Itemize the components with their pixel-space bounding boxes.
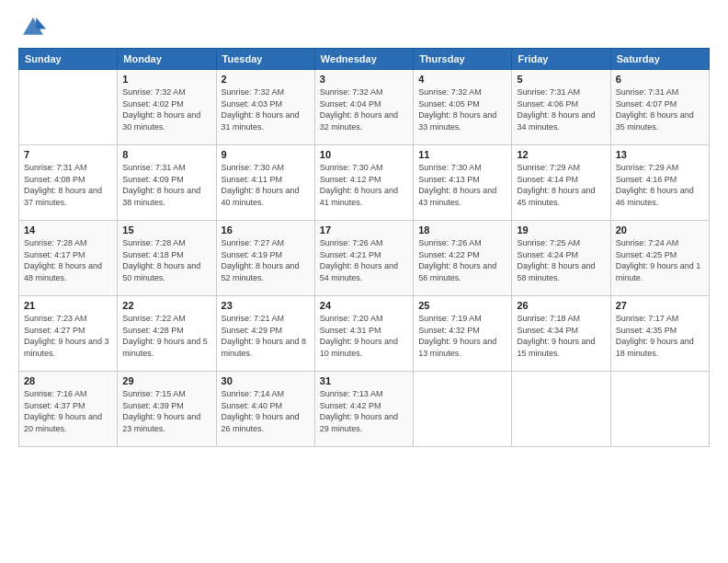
day-number: 30 <box>222 375 310 386</box>
calendar-week-5: 28Sunrise: 7:16 AMSunset: 4:37 PMDayligh… <box>19 372 710 447</box>
day-number: 1 <box>122 74 210 85</box>
day-info: Sunrise: 7:32 AMSunset: 4:04 PMDaylight:… <box>320 87 398 132</box>
calendar-cell: 26Sunrise: 7:18 AMSunset: 4:34 PMDayligh… <box>512 296 610 372</box>
day-info: Sunrise: 7:21 AMSunset: 4:29 PMDaylight:… <box>222 314 307 358</box>
calendar-page: SundayMondayTuesdayWednesdayThursdayFrid… <box>0 0 728 563</box>
day-number: 15 <box>122 224 210 236</box>
day-info: Sunrise: 7:23 AMSunset: 4:27 PMDaylight:… <box>24 314 109 358</box>
calendar-cell: 19Sunrise: 7:25 AMSunset: 4:24 PMDayligh… <box>512 221 610 296</box>
calendar-cell: 28Sunrise: 7:16 AMSunset: 4:37 PMDayligh… <box>19 372 118 447</box>
calendar-cell: 8Sunrise: 7:31 AMSunset: 4:09 PMDaylight… <box>118 145 216 221</box>
svg-marker-1 <box>36 17 46 29</box>
day-number: 24 <box>320 300 408 311</box>
calendar-cell: 9Sunrise: 7:30 AMSunset: 4:11 PMDaylight… <box>216 145 314 221</box>
day-info: Sunrise: 7:20 AMSunset: 4:31 PMDaylight:… <box>320 314 398 358</box>
day-number: 12 <box>517 149 605 160</box>
calendar-week-2: 7Sunrise: 7:31 AMSunset: 4:08 PMDaylight… <box>19 145 710 221</box>
day-number: 22 <box>122 300 210 311</box>
day-number: 26 <box>517 300 605 311</box>
calendar-cell: 17Sunrise: 7:26 AMSunset: 4:21 PMDayligh… <box>314 221 413 296</box>
header <box>18 15 710 40</box>
day-info: Sunrise: 7:31 AMSunset: 4:07 PMDaylight:… <box>616 87 694 132</box>
day-number: 6 <box>616 74 704 85</box>
calendar-cell: 27Sunrise: 7:17 AMSunset: 4:35 PMDayligh… <box>610 296 709 372</box>
day-info: Sunrise: 7:27 AMSunset: 4:19 PMDaylight:… <box>222 238 300 282</box>
calendar-cell: 11Sunrise: 7:30 AMSunset: 4:13 PMDayligh… <box>414 145 512 221</box>
calendar-cell: 23Sunrise: 7:21 AMSunset: 4:29 PMDayligh… <box>216 296 314 372</box>
day-info: Sunrise: 7:31 AMSunset: 4:08 PMDaylight:… <box>24 163 102 207</box>
day-info: Sunrise: 7:32 AMSunset: 4:03 PMDaylight:… <box>222 87 300 132</box>
day-info: Sunrise: 7:31 AMSunset: 4:09 PMDaylight:… <box>122 163 200 207</box>
day-number: 17 <box>320 224 408 236</box>
day-info: Sunrise: 7:24 AMSunset: 4:25 PMDaylight:… <box>616 238 701 282</box>
day-info: Sunrise: 7:19 AMSunset: 4:32 PMDaylight:… <box>418 314 496 358</box>
calendar-cell <box>610 372 709 447</box>
day-number: 28 <box>24 375 112 386</box>
day-number: 18 <box>418 224 506 236</box>
calendar-week-1: 1Sunrise: 7:32 AMSunset: 4:02 PMDaylight… <box>19 70 710 145</box>
calendar-cell <box>414 372 512 447</box>
day-info: Sunrise: 7:26 AMSunset: 4:22 PMDaylight:… <box>418 238 496 282</box>
day-number: 19 <box>517 224 605 236</box>
weekday-header-tuesday: Tuesday <box>216 49 314 70</box>
calendar-cell: 16Sunrise: 7:27 AMSunset: 4:19 PMDayligh… <box>216 221 314 296</box>
day-info: Sunrise: 7:15 AMSunset: 4:39 PMDaylight:… <box>122 389 200 433</box>
day-info: Sunrise: 7:29 AMSunset: 4:14 PMDaylight:… <box>517 163 595 207</box>
calendar-cell: 29Sunrise: 7:15 AMSunset: 4:39 PMDayligh… <box>118 372 216 447</box>
weekday-header-thursday: Thursday <box>414 49 512 70</box>
calendar-cell: 13Sunrise: 7:29 AMSunset: 4:16 PMDayligh… <box>610 145 709 221</box>
day-number: 31 <box>320 375 408 386</box>
calendar-cell: 2Sunrise: 7:32 AMSunset: 4:03 PMDaylight… <box>216 70 314 145</box>
day-number: 14 <box>24 224 112 236</box>
calendar-cell: 14Sunrise: 7:28 AMSunset: 4:17 PMDayligh… <box>19 221 118 296</box>
weekday-header-wednesday: Wednesday <box>314 49 413 70</box>
calendar-cell: 4Sunrise: 7:32 AMSunset: 4:05 PMDaylight… <box>414 70 512 145</box>
day-number: 4 <box>418 74 506 85</box>
calendar-cell: 15Sunrise: 7:28 AMSunset: 4:18 PMDayligh… <box>118 221 216 296</box>
day-number: 5 <box>517 74 605 85</box>
calendar-week-4: 21Sunrise: 7:23 AMSunset: 4:27 PMDayligh… <box>19 296 710 372</box>
logo-icon <box>20 15 46 40</box>
calendar-cell: 7Sunrise: 7:31 AMSunset: 4:08 PMDaylight… <box>19 145 118 221</box>
day-info: Sunrise: 7:17 AMSunset: 4:35 PMDaylight:… <box>616 314 694 358</box>
day-info: Sunrise: 7:30 AMSunset: 4:13 PMDaylight:… <box>418 163 496 207</box>
weekday-header-monday: Monday <box>118 49 216 70</box>
calendar-cell: 1Sunrise: 7:32 AMSunset: 4:02 PMDaylight… <box>118 70 216 145</box>
weekday-header-sunday: Sunday <box>19 49 118 70</box>
weekday-header-friday: Friday <box>512 49 610 70</box>
calendar-cell: 20Sunrise: 7:24 AMSunset: 4:25 PMDayligh… <box>610 221 709 296</box>
calendar-cell: 6Sunrise: 7:31 AMSunset: 4:07 PMDaylight… <box>610 70 709 145</box>
day-number: 25 <box>418 300 506 311</box>
calendar-cell: 12Sunrise: 7:29 AMSunset: 4:14 PMDayligh… <box>512 145 610 221</box>
day-info: Sunrise: 7:32 AMSunset: 4:02 PMDaylight:… <box>122 87 200 132</box>
calendar-cell: 24Sunrise: 7:20 AMSunset: 4:31 PMDayligh… <box>314 296 413 372</box>
day-number: 7 <box>24 149 112 160</box>
day-info: Sunrise: 7:16 AMSunset: 4:37 PMDaylight:… <box>24 389 102 433</box>
day-number: 29 <box>122 375 210 386</box>
day-info: Sunrise: 7:28 AMSunset: 4:18 PMDaylight:… <box>122 238 200 282</box>
day-info: Sunrise: 7:30 AMSunset: 4:12 PMDaylight:… <box>320 163 398 207</box>
day-info: Sunrise: 7:25 AMSunset: 4:24 PMDaylight:… <box>517 238 595 282</box>
day-info: Sunrise: 7:29 AMSunset: 4:16 PMDaylight:… <box>616 163 694 207</box>
calendar-cell <box>19 70 118 145</box>
calendar-cell: 25Sunrise: 7:19 AMSunset: 4:32 PMDayligh… <box>414 296 512 372</box>
day-number: 21 <box>24 300 112 311</box>
day-number: 13 <box>616 149 704 160</box>
weekday-header-saturday: Saturday <box>610 49 709 70</box>
logo <box>18 15 48 40</box>
day-info: Sunrise: 7:28 AMSunset: 4:17 PMDaylight:… <box>24 238 102 282</box>
calendar-week-3: 14Sunrise: 7:28 AMSunset: 4:17 PMDayligh… <box>19 221 710 296</box>
day-number: 11 <box>418 149 506 160</box>
day-number: 10 <box>320 149 408 160</box>
day-number: 8 <box>122 149 210 160</box>
day-number: 27 <box>616 300 704 311</box>
calendar-cell: 22Sunrise: 7:22 AMSunset: 4:28 PMDayligh… <box>118 296 216 372</box>
calendar-cell: 18Sunrise: 7:26 AMSunset: 4:22 PMDayligh… <box>414 221 512 296</box>
calendar-cell: 31Sunrise: 7:13 AMSunset: 4:42 PMDayligh… <box>314 372 413 447</box>
calendar-cell: 10Sunrise: 7:30 AMSunset: 4:12 PMDayligh… <box>314 145 413 221</box>
calendar-cell: 5Sunrise: 7:31 AMSunset: 4:06 PMDaylight… <box>512 70 610 145</box>
day-info: Sunrise: 7:14 AMSunset: 4:40 PMDaylight:… <box>222 389 300 433</box>
day-number: 3 <box>320 74 408 85</box>
weekday-header-row: SundayMondayTuesdayWednesdayThursdayFrid… <box>19 49 710 70</box>
day-info: Sunrise: 7:18 AMSunset: 4:34 PMDaylight:… <box>517 314 595 358</box>
